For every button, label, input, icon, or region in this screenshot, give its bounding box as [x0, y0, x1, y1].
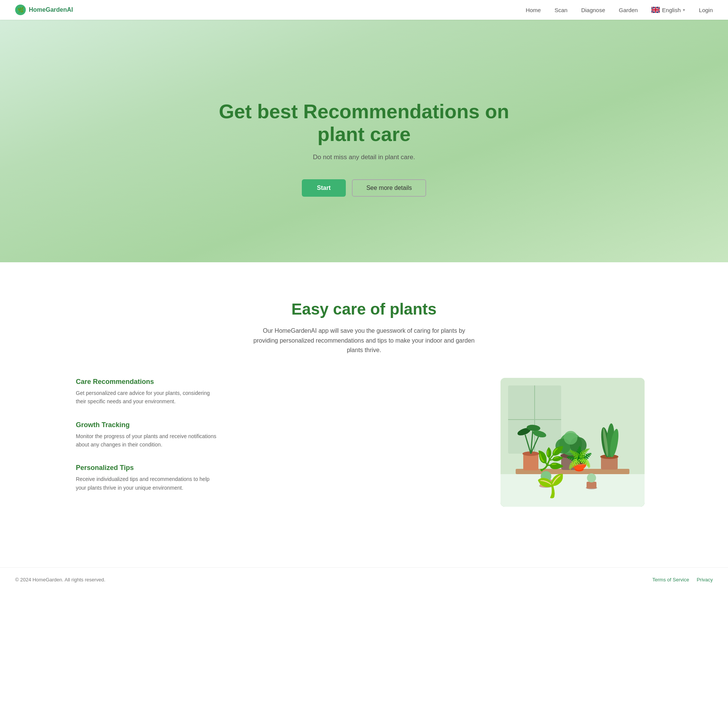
svg-point-30 [586, 486, 597, 489]
feature-personalized-tips: Personalized Tips Receive individualized… [76, 464, 478, 492]
features-description: Our HomeGardenAI app will save you the g… [250, 326, 478, 355]
privacy-link[interactable]: Privacy [697, 577, 713, 583]
hero-buttons: Start See more details [302, 179, 427, 197]
svg-rect-26 [500, 474, 645, 507]
svg-rect-6 [523, 454, 538, 470]
language-selector[interactable]: English ▾ [651, 7, 685, 13]
nav-diagnose[interactable]: Diagnose [581, 7, 605, 13]
svg-rect-31 [587, 482, 596, 489]
plant-image [500, 378, 645, 507]
nav-links: Home Scan Diagnose Garden English ▾ Logi… [526, 7, 713, 13]
brand-name: HomeGardenAI [29, 6, 73, 13]
flag-icon [651, 7, 660, 13]
start-button[interactable]: Start [302, 179, 346, 197]
features-header: Easy care of plants Our HomeGardenAI app… [76, 300, 652, 355]
features-content: Care Recommendations Get personalized ca… [76, 378, 652, 507]
hero-section: Get best Recommendations on plant care D… [0, 20, 728, 262]
feature-tips-desc: Receive individualized tips and recommen… [76, 475, 220, 492]
svg-point-15 [560, 453, 581, 458]
features-list: Care Recommendations Get personalized ca… [76, 378, 478, 492]
brand-icon: 🌿 [15, 5, 26, 15]
feature-growth-title: Growth Tracking [76, 421, 478, 429]
features-image-container [500, 378, 652, 507]
nav-garden[interactable]: Garden [619, 7, 638, 13]
footer-links: Terms of Service Privacy [653, 577, 713, 583]
nav-home[interactable]: Home [526, 7, 541, 13]
language-label: English [662, 7, 681, 13]
features-title: Easy care of plants [76, 300, 652, 318]
svg-point-27 [539, 484, 553, 488]
feature-growth-desc: Monitor the progress of your plants and … [76, 432, 220, 449]
feature-tips-title: Personalized Tips [76, 464, 478, 472]
terms-of-service-link[interactable]: Terms of Service [653, 577, 689, 583]
see-more-details-button[interactable]: See more details [352, 179, 426, 197]
hero-subtitle: Do not miss any detail in plant care. [313, 153, 415, 161]
features-section: Easy care of plants Our HomeGardenAI app… [0, 262, 728, 537]
svg-point-32 [587, 473, 596, 482]
svg-point-29 [541, 471, 551, 482]
nav-scan[interactable]: Scan [554, 7, 567, 13]
svg-point-19 [564, 431, 577, 445]
chevron-down-icon: ▾ [683, 8, 685, 13]
feature-care-recommendations: Care Recommendations Get personalized ca… [76, 378, 478, 406]
feature-care-title: Care Recommendations [76, 378, 478, 386]
plant-scene [500, 378, 645, 507]
feature-care-desc: Get personalized care advice for your pl… [76, 389, 220, 406]
hero-title: Get best Recommendations on plant care [212, 100, 516, 146]
brand-logo[interactable]: 🌿 HomeGardenAI [15, 5, 73, 15]
login-link[interactable]: Login [699, 7, 713, 13]
plant-scene-svg [500, 378, 645, 507]
footer: © 2024 HomeGarden. All rights reserved. … [0, 567, 728, 592]
svg-rect-28 [540, 479, 552, 487]
footer-copyright: © 2024 HomeGarden. All rights reserved. [15, 577, 105, 583]
svg-rect-14 [561, 456, 580, 470]
feature-growth-tracking: Growth Tracking Monitor the progress of … [76, 421, 478, 449]
navbar: 🌿 HomeGardenAI Home Scan Diagnose Garden… [0, 0, 728, 20]
